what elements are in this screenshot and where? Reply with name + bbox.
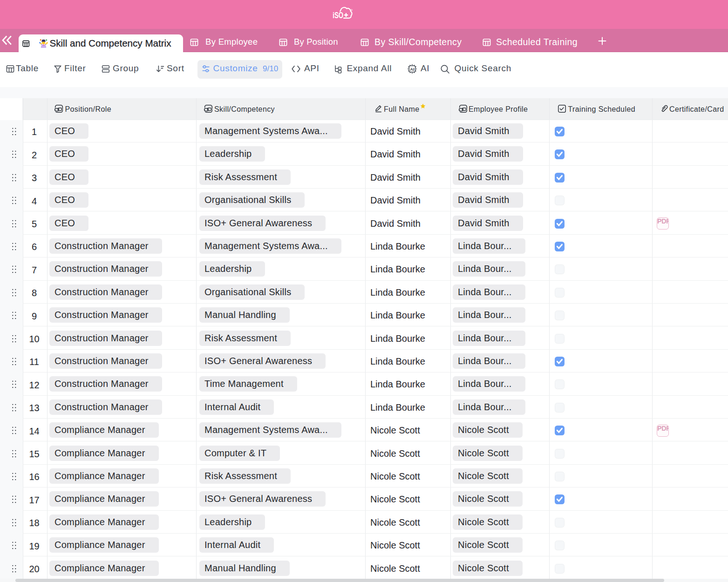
svg-text:iSO: iSO bbox=[333, 11, 343, 20]
svg-text:AI: AI bbox=[410, 67, 415, 72]
